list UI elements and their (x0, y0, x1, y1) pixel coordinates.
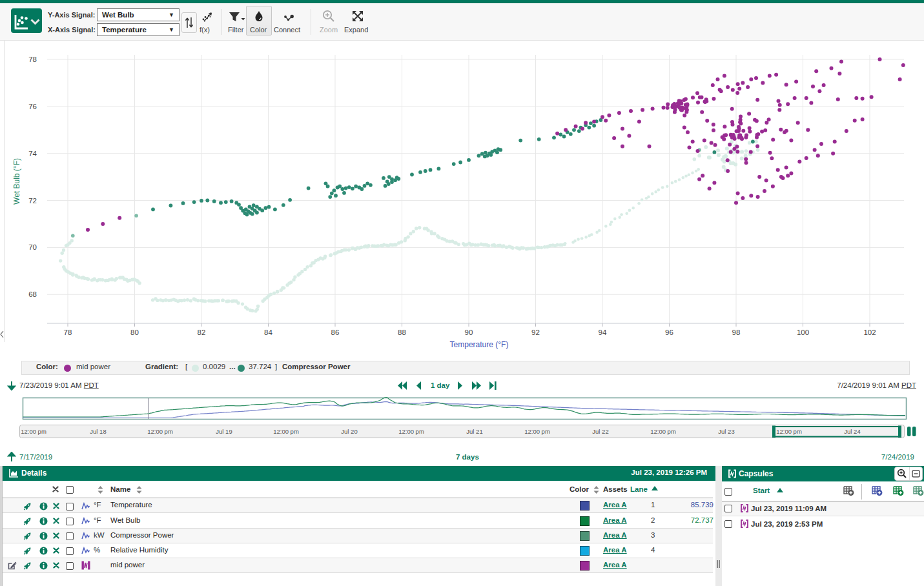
svg-text:Temperature (°F): Temperature (°F) (450, 340, 509, 349)
svg-text:Jul 19: Jul 19 (216, 428, 232, 435)
svg-text:12:00 pm: 12:00 pm (776, 428, 802, 435)
svg-text:12:00 pm: 12:00 pm (524, 428, 550, 435)
svg-text:72: 72 (28, 197, 37, 205)
svg-text:Jul 24: Jul 24 (844, 428, 860, 435)
svg-text:76: 76 (28, 103, 37, 110)
svg-text:Jul 22: Jul 22 (592, 428, 608, 435)
svg-text:80: 80 (130, 328, 139, 336)
svg-text:Jul 23: Jul 23 (718, 428, 734, 435)
svg-text:94: 94 (599, 328, 607, 336)
svg-text:102: 102 (863, 328, 876, 336)
svg-text:84: 84 (264, 328, 272, 336)
svg-text:12:00 pm: 12:00 pm (147, 428, 173, 435)
svg-text:Jul 21: Jul 21 (466, 428, 482, 435)
svg-text:78: 78 (28, 56, 37, 63)
svg-text:92: 92 (531, 328, 540, 336)
svg-text:68: 68 (28, 290, 37, 298)
svg-text:70: 70 (28, 243, 37, 251)
svg-text:74: 74 (28, 150, 37, 157)
svg-text:Jul 20: Jul 20 (341, 428, 357, 435)
svg-text:Wet Bulb (°F): Wet Bulb (°F) (12, 158, 21, 205)
svg-text:78: 78 (64, 328, 72, 336)
svg-text:82: 82 (198, 328, 206, 336)
svg-text:12:00 pm: 12:00 pm (650, 428, 676, 435)
svg-text:98: 98 (732, 328, 741, 336)
svg-text:12:00 pm: 12:00 pm (273, 428, 299, 435)
svg-text:100: 100 (797, 328, 809, 336)
svg-text:86: 86 (331, 328, 340, 336)
svg-text:12:00 pm: 12:00 pm (398, 428, 424, 435)
svg-text:96: 96 (665, 328, 673, 336)
svg-text:12:00 pm: 12:00 pm (21, 428, 46, 435)
svg-text:88: 88 (398, 328, 406, 336)
svg-text:Jul 18: Jul 18 (90, 428, 106, 435)
svg-text:90: 90 (465, 328, 473, 336)
